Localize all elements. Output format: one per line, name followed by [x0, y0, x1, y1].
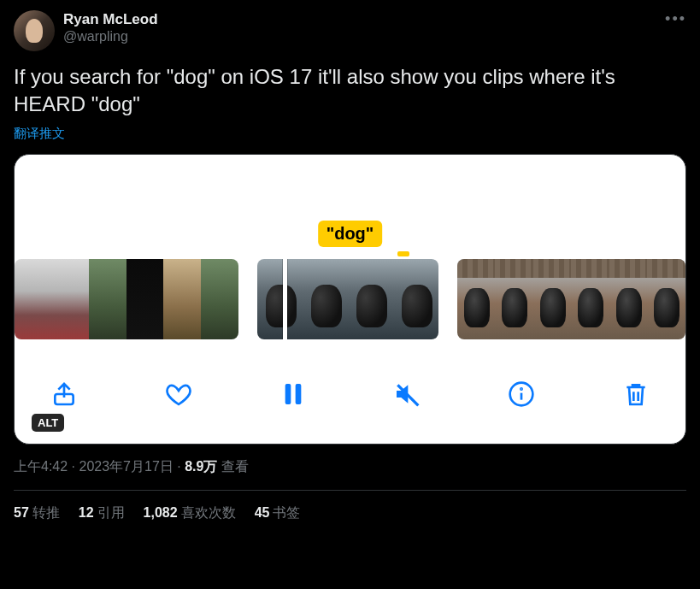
tweet-stats: 57转推 12引用 1,082喜欢次数 45书签	[14, 491, 686, 522]
video-frame	[163, 259, 201, 339]
playhead[interactable]	[283, 259, 287, 339]
info-icon[interactable]	[506, 379, 537, 409]
clip-group[interactable]	[257, 259, 438, 339]
stat-bookmarks[interactable]: 45书签	[255, 504, 301, 522]
svg-rect-1	[285, 384, 291, 404]
video-frame	[647, 259, 685, 339]
svg-rect-2	[295, 384, 301, 404]
heart-icon[interactable]	[163, 379, 194, 409]
alt-badge[interactable]: ALT	[32, 414, 64, 432]
video-frame	[15, 259, 52, 339]
views-count: 8.9万	[185, 459, 217, 474]
stat-retweets[interactable]: 57转推	[14, 504, 60, 522]
views-label: 查看	[221, 459, 249, 474]
tweet: Ryan McLeod @warpling ••• If you search …	[0, 0, 700, 533]
playhead-marker	[397, 251, 409, 256]
video-frame	[533, 259, 572, 339]
video-frame	[126, 259, 164, 339]
tweet-meta: 上午4:42 · 2023年7月17日 · 8.9万 查看	[14, 458, 686, 476]
trash-icon[interactable]	[621, 379, 651, 409]
more-icon[interactable]: •••	[665, 10, 686, 28]
display-name: Ryan McLeod	[63, 10, 158, 28]
tweet-header: Ryan McLeod @warpling •••	[14, 10, 686, 51]
svg-point-6	[521, 388, 522, 389]
tweet-time[interactable]: 上午4:42	[14, 459, 68, 474]
video-frame	[52, 259, 90, 339]
video-frame	[457, 259, 496, 339]
user-handle: @warpling	[63, 28, 158, 45]
pause-icon[interactable]	[278, 379, 309, 409]
mute-icon[interactable]	[391, 379, 422, 409]
media-card[interactable]: "dog"	[14, 154, 686, 445]
clip-group[interactable]	[457, 259, 685, 339]
tweet-text: If you search for "dog" on iOS 17 it'll …	[14, 63, 686, 119]
translate-link[interactable]: 翻译推文	[14, 126, 686, 142]
video-frame	[495, 259, 533, 339]
media-toolbar	[15, 368, 685, 420]
video-frame	[303, 259, 348, 339]
video-frame	[393, 259, 438, 339]
video-frame	[89, 259, 126, 339]
stat-likes[interactable]: 1,082喜欢次数	[144, 504, 236, 522]
video-frame	[201, 259, 238, 339]
video-timeline[interactable]	[15, 259, 685, 339]
video-frame	[609, 259, 648, 339]
clip-group[interactable]	[15, 259, 238, 339]
search-term-label: "dog"	[318, 221, 383, 247]
user-block[interactable]: Ryan McLeod @warpling	[63, 10, 158, 45]
share-icon[interactable]	[49, 379, 79, 409]
video-frame	[571, 259, 609, 339]
stat-quotes[interactable]: 12引用	[79, 504, 125, 522]
video-frame	[257, 259, 303, 339]
video-frame	[348, 259, 393, 339]
avatar[interactable]	[14, 10, 55, 51]
tweet-date[interactable]: 2023年7月17日	[79, 459, 173, 474]
